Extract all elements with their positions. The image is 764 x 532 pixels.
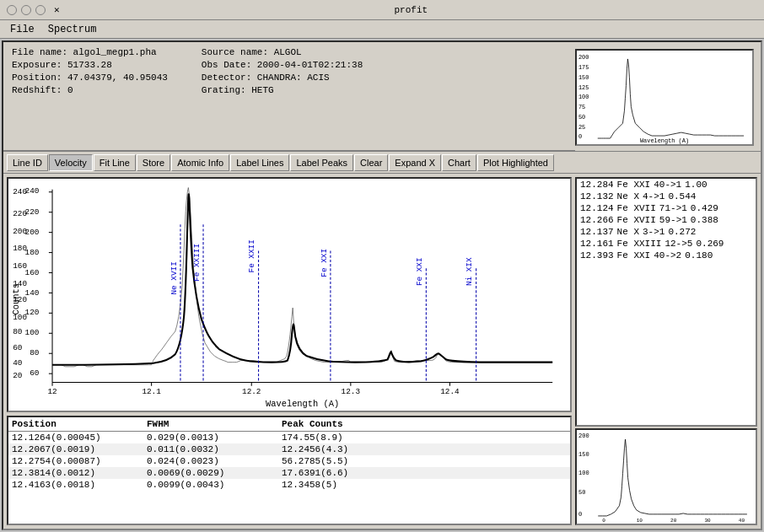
list-item[interactable]: 12.284 Fe XXI 40->1 1.00 (577, 179, 756, 191)
tr-5: 3->1 (643, 227, 664, 237)
clear-button[interactable]: Clear (354, 154, 388, 171)
main-chart-svg: 240 220 200 180 160 140 120 100 80 60 40… (8, 179, 570, 411)
close-icon: ✕ (54, 4, 60, 15)
table-row[interactable]: 12.1264(0.00045) 0.029(0.0013) 174.55(8.… (8, 432, 570, 443)
plot-highlighted-button[interactable]: Plot Highlighted (477, 154, 554, 171)
info-right: Source name: ALGOL Obs Date: 2000-04-01T… (202, 47, 363, 145)
content-area: 240 220 200 180 160 140 120 100 80 60 40… (3, 174, 761, 529)
table-row[interactable]: 12.2067(0.0019) 0.011(0.0032) 12.2456(4.… (8, 443, 570, 455)
str-1: 1.00 (685, 180, 707, 190)
svg-text:10: 10 (637, 518, 643, 524)
svg-text:100: 100 (25, 328, 40, 337)
table-row[interactable]: 12.2754(0.00087) 0.024(0.0023) 56.2785(5… (8, 455, 570, 467)
svg-text:12: 12 (47, 387, 56, 396)
tr-7: 40->2 (654, 250, 681, 261)
svg-text:200: 200 (25, 228, 40, 237)
svg-text:12.4: 12.4 (440, 387, 460, 396)
label-peaks-button[interactable]: Label Peaks (290, 154, 353, 171)
svg-text:Counts: Counts (11, 283, 21, 314)
wl-4: 12.266 (580, 215, 614, 225)
list-item[interactable]: 12.266 Fe XVII 59->1 0.388 (577, 214, 756, 226)
window-title: profit (65, 5, 757, 15)
svg-text:12.2: 12.2 (242, 387, 261, 396)
svg-text:Ni XIX: Ni XIX (465, 257, 474, 286)
expand-x-button[interactable]: Expand X (389, 154, 441, 171)
main-window: File name: algol_megp1.pha Exposure: 517… (2, 40, 762, 530)
svg-text:12.3: 12.3 (342, 387, 361, 396)
label-lines-button[interactable]: Label Lines (230, 154, 289, 171)
list-item[interactable]: 12.137 Ne X 3->1 0.272 (577, 226, 756, 238)
svg-text:125: 125 (578, 84, 589, 91)
fwhm-5: 0.0099(0.0043) (147, 480, 282, 490)
svg-text:40: 40 (13, 358, 23, 368)
ion-4: Fe XVII (617, 215, 656, 225)
menu-file[interactable]: File (3, 23, 41, 36)
table-row[interactable]: 12.3814(0.0012) 0.0069(0.0029) 17.6391(6… (8, 467, 570, 479)
table-row[interactable]: 12.4163(0.0018) 0.0099(0.0043) 12.3458(5… (8, 479, 570, 491)
svg-text:20: 20 (13, 371, 23, 380)
maximize-button[interactable] (35, 5, 46, 15)
data-table[interactable]: Position FWHM Peak Counts 12.1264(0.0004… (7, 416, 572, 525)
peak-3: 56.2785(5.5) (282, 456, 417, 466)
velocity-button[interactable]: Velocity (49, 154, 93, 171)
svg-text:12.1: 12.1 (142, 387, 161, 396)
pos-2: 12.2067(0.0019) (12, 444, 147, 454)
svg-text:Wavelength (A): Wavelength (A) (640, 137, 689, 144)
tr-3: 71->1 (659, 203, 687, 213)
str-5: 0.272 (668, 227, 696, 237)
tr-6: 12->5 (664, 239, 692, 249)
svg-text:100: 100 (578, 470, 589, 476)
svg-text:200: 200 (578, 54, 589, 61)
redshift: Redshift: 0 (12, 85, 168, 95)
list-item[interactable]: 12.393 Fe XXI 40->2 0.180 (577, 250, 756, 261)
svg-text:175: 175 (578, 64, 589, 71)
svg-text:180: 180 (25, 248, 40, 257)
obs-date: Obs Date: 2000-04-01T02:21:38 (202, 60, 363, 70)
ion-1: Fe XXI (617, 180, 651, 190)
wl-1: 12.284 (580, 180, 614, 190)
pos-1: 12.1264(0.00045) (12, 433, 147, 443)
svg-text:60: 60 (13, 343, 23, 352)
list-item[interactable]: 12.124 Fe XVII 71->1 0.429 (577, 202, 756, 214)
col-peak-counts: Peak Counts (282, 419, 417, 429)
info-panel: File name: algol_megp1.pha Exposure: 517… (3, 42, 575, 151)
list-item[interactable]: 12.161 Fe XXIII 12->5 0.269 (577, 238, 756, 250)
tr-4: 59->1 (659, 215, 687, 225)
line-id-button[interactable]: Line ID (7, 154, 48, 171)
mini-chart-bottom: 200 150 100 50 0 0 10 20 30 40 Wavelengt… (575, 428, 757, 525)
peak-2: 12.2456(4.3) (282, 444, 417, 454)
str-3: 0.429 (691, 203, 718, 213)
svg-text:150: 150 (578, 74, 589, 81)
window-controls[interactable] (7, 5, 46, 15)
svg-text:75: 75 (578, 104, 585, 110)
svg-text:Fe XXIII: Fe XXIII (192, 244, 202, 282)
atomic-info-button[interactable]: Atomic Info (171, 154, 229, 171)
svg-text:200: 200 (578, 433, 589, 439)
wl-5: 12.137 (580, 227, 614, 237)
main-chart[interactable]: 240 220 200 180 160 140 120 100 80 60 40… (7, 177, 572, 412)
svg-text:100: 100 (578, 94, 589, 100)
svg-text:25: 25 (578, 124, 585, 131)
svg-text:Fe XXI: Fe XXI (320, 249, 329, 277)
svg-text:50: 50 (578, 114, 585, 121)
table-header: Position FWHM Peak Counts (8, 417, 570, 432)
menu-spectrum[interactable]: Spectrum (41, 23, 104, 36)
minimize-button[interactable] (21, 5, 31, 15)
list-item[interactable]: 12.132 Ne X 4->1 0.544 (577, 191, 756, 202)
close-button[interactable] (7, 5, 17, 15)
lines-list[interactable]: 12.284 Fe XXI 40->1 1.00 12.132 Ne X 4->… (575, 177, 757, 427)
svg-rect-11 (8, 180, 570, 409)
ion-2: Ne X (617, 191, 639, 202)
chart-button[interactable]: Chart (442, 154, 476, 171)
svg-text:140: 140 (25, 288, 40, 298)
svg-rect-0 (577, 52, 752, 142)
wl-6: 12.161 (580, 239, 614, 249)
mini-chart-top-svg: 200 175 150 125 100 75 50 25 0 Wavelengt… (577, 51, 752, 144)
svg-text:Ne XVII: Ne XVII (169, 261, 179, 294)
fit-line-button[interactable]: Fit Line (94, 154, 136, 171)
wl-3: 12.124 (580, 203, 614, 213)
source-name: Source name: ALGOL (202, 47, 363, 57)
store-button[interactable]: Store (137, 154, 170, 171)
ion-3: Fe XVII (617, 203, 656, 213)
mini-chart-bottom-svg: 200 150 100 50 0 0 10 20 30 40 Wavelengt… (577, 430, 756, 524)
